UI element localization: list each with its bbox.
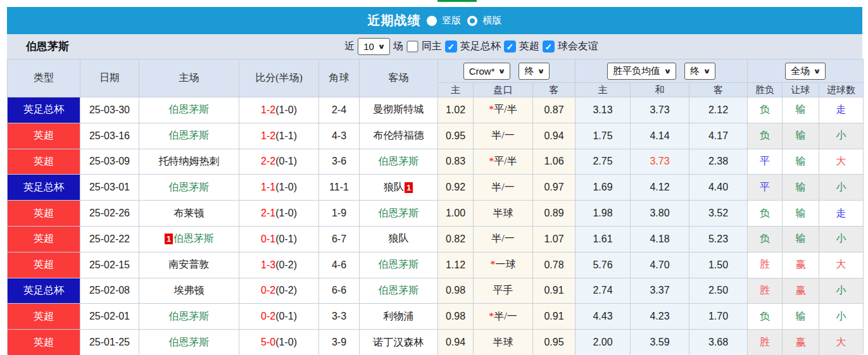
result-cell: 胜 — [748, 330, 783, 355]
handicap-cell: *半/一 — [474, 304, 533, 330]
date-cell: 25-03-30 — [80, 97, 139, 123]
odds-away-cell: 1.06 — [533, 149, 576, 175]
results-table: 类型 日期 主场 比分(半场) 角球 客场 Crow* ∨ 终 ∨ — [7, 59, 864, 355]
avg-home-cell: 1.69 — [576, 175, 631, 201]
avg-draw-cell: 4.14 — [631, 123, 689, 149]
odds-home-cell: 1.12 — [438, 252, 474, 278]
away-team-cell: 布伦特福德 — [360, 123, 438, 149]
avg-away-cell: 4.17 — [689, 123, 748, 149]
fulltime-score: 0-2 — [261, 311, 275, 321]
score-cell: 0-2(0-2) — [239, 278, 319, 304]
active-tab-indicator — [437, 0, 477, 2]
avg-type-select[interactable]: 胜平负均值 ∨ — [607, 63, 676, 80]
corners-cell: 4-3 — [319, 123, 360, 149]
fulltime-score: 0-2 — [261, 285, 275, 296]
avg-draw-cell: 4.12 — [631, 175, 689, 201]
table-row: 英超25-02-01伯恩茅斯0-2(0-1)3-3利物浦0.98*半/一0.91… — [8, 304, 864, 330]
recent-results-panel: 近期战绩 竖版 横版 伯恩茅斯 近 10 ∨ 场 同主 ✓ 英足总杯 ✓ 英超 … — [0, 0, 868, 355]
result-cell: 负 — [748, 123, 783, 149]
avg-time-select[interactable]: 终 ∨ — [684, 63, 715, 80]
team-label: 狼队 — [384, 182, 404, 192]
handicap-cell: *平/半 — [474, 149, 533, 175]
home-team-cell: 伯恩茅斯 — [139, 330, 239, 355]
avg-home-cell: 3.13 — [576, 97, 631, 123]
col-header-corners: 角球 — [319, 59, 360, 97]
odds-time-select[interactable]: 终 ∨ — [519, 63, 550, 80]
odds-home-cell: 1.02 — [438, 97, 474, 123]
vertical-layout-radio[interactable] — [427, 16, 437, 26]
chevron-down-icon: ∨ — [703, 67, 710, 75]
avg-home-cell: 1.75 — [576, 123, 631, 149]
premier-league-label: 英超 — [519, 40, 539, 53]
premier-league-checkbox[interactable]: ✓ — [504, 40, 516, 53]
avg-away-cell: 1.50 — [689, 252, 748, 278]
goals-cell: 走 — [819, 97, 864, 123]
corners-cell: 3-3 — [319, 304, 360, 330]
away-team-cell: 诺丁汉森林 — [360, 330, 438, 355]
date-cell: 25-01-25 — [80, 330, 139, 355]
date-cell: 25-03-16 — [80, 123, 139, 149]
score-cell: 0-2(0-1) — [239, 304, 319, 330]
odds-time-value: 终 — [524, 65, 534, 77]
goals-cell: 小 — [819, 123, 864, 149]
asterisk-mark: * — [491, 259, 496, 270]
halftime-score: (1-0) — [275, 104, 297, 115]
team-label: 伯恩茅斯 — [379, 259, 419, 270]
odds-company-select[interactable]: Crow* ∨ — [463, 63, 511, 80]
score-cell: 2-1(1-0) — [239, 201, 319, 227]
same-home-checkbox[interactable] — [406, 40, 418, 53]
date-cell: 25-03-09 — [80, 149, 139, 175]
away-team-cell: 伯恩茅斯 — [360, 149, 438, 175]
avg-home-cell: 2.75 — [576, 149, 631, 175]
avg-away-cell: 4.40 — [689, 175, 748, 201]
odds-home-cell: 0.95 — [438, 123, 474, 149]
home-team-cell: 埃弗顿 — [139, 278, 239, 304]
asterisk-mark: * — [489, 311, 494, 321]
sub-header-odds-away: 客 — [533, 83, 576, 97]
result-cell: 负 — [748, 304, 783, 330]
scope-select[interactable]: 全场 ∨ — [785, 63, 826, 80]
home-team-cell: 南安普敦 — [139, 252, 239, 278]
games-count-value: 10 — [363, 41, 374, 52]
league-cell: 英足总杯 — [8, 97, 80, 123]
fa-cup-checkbox[interactable]: ✓ — [445, 40, 457, 53]
odds-away-cell: 0.94 — [533, 123, 576, 149]
odds-away-cell: 0.95 — [533, 330, 576, 355]
league-cell: 英超 — [8, 123, 80, 149]
halftime-score: (1-1) — [275, 130, 297, 141]
avg-home-cell: 5.76 — [576, 252, 631, 278]
handicap-cell: 半/一 — [474, 123, 533, 149]
avg-away-cell: 3.52 — [689, 201, 748, 227]
odds-away-cell: 0.87 — [533, 97, 576, 123]
avg-away-cell: 2.38 — [689, 149, 748, 175]
result-cell: 胜 — [748, 252, 783, 278]
result-cell: 平 — [748, 149, 783, 175]
horizontal-layout-label: 横版 — [483, 15, 502, 27]
goals-cell: 大 — [819, 149, 864, 175]
red-card-badge: 1 — [405, 182, 413, 193]
avg-draw-cell: 4.70 — [631, 252, 689, 278]
avg-draw-cell: 4.18 — [631, 226, 689, 252]
horizontal-layout-radio[interactable] — [467, 16, 477, 26]
club-friendly-checkbox[interactable]: ✓ — [543, 40, 555, 53]
odds-away-cell: 0.89 — [533, 201, 576, 227]
home-team-cell: 伯恩茅斯 — [139, 97, 239, 123]
halftime-score: (0-1) — [275, 156, 297, 166]
home-team-cell: 伯恩茅斯 — [139, 175, 239, 201]
home-team-cell: 1伯恩茅斯 — [139, 226, 239, 252]
team-label: 伯恩茅斯 — [169, 104, 210, 115]
handicap-cell: 半/一 — [474, 175, 533, 201]
date-cell: 25-02-15 — [80, 252, 139, 278]
col-header-home: 主场 — [139, 59, 239, 97]
home-team-cell: 伯恩茅斯 — [139, 304, 239, 330]
corners-cell: 6-6 — [319, 278, 360, 304]
col-header-away: 客场 — [360, 59, 438, 97]
avg-type-value: 胜平负均值 — [613, 65, 660, 77]
away-team-cell: 曼彻斯特城 — [360, 97, 438, 123]
corners-cell: 1-9 — [319, 201, 360, 227]
halftime-score: (1-0) — [275, 182, 297, 192]
games-count-select[interactable]: 10 ∨ — [358, 38, 390, 55]
team-label: 布伦特福德 — [374, 130, 424, 140]
team-label: 托特纳姆热刺 — [159, 156, 220, 166]
odds-home-cell: 0.82 — [438, 226, 474, 252]
